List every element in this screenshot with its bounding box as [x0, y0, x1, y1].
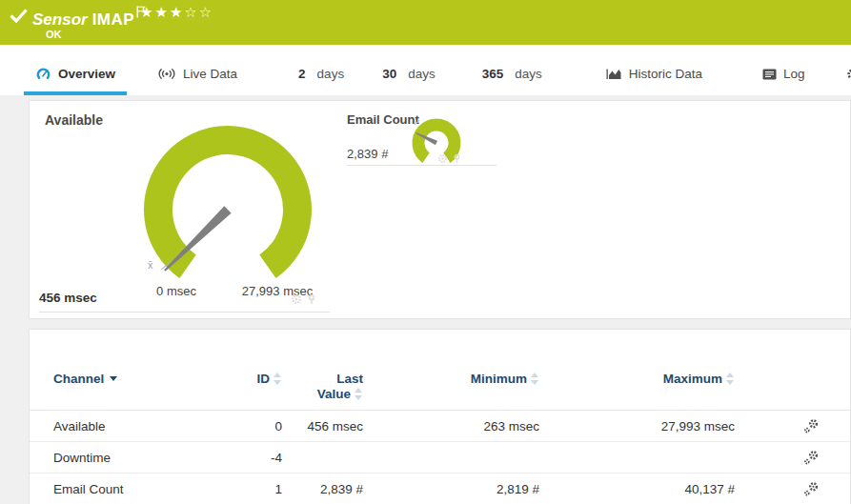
available-cell-divider [39, 312, 330, 312]
cell-minimum: 2,819 # [363, 482, 539, 496]
gauge-pin-icon[interactable] [306, 293, 317, 305]
settings-gear-icon [846, 68, 851, 81]
cell-channel: Email Count [53, 482, 230, 496]
column-header-channel[interactable]: Channel [53, 372, 230, 387]
tab-30-days[interactable]: 30 days [371, 45, 447, 95]
tab-365-days[interactable]: 365 days [471, 45, 554, 95]
gauge-title-available: Available [45, 112, 103, 128]
sensor-status-header: SensorIMAP ★★★☆☆ OK [0, 0, 851, 45]
table-row-email-count: Email Count 1 2,839 # 2,819 # 40,137 # [30, 474, 850, 504]
sensor-type-label: Sensor [32, 10, 88, 29]
cell-maximum: 40,137 # [539, 482, 735, 496]
sort-icon [355, 388, 363, 400]
email-cell-divider [347, 165, 496, 166]
historic-data-icon [606, 68, 622, 80]
table-row-available: Available 0 456 msec 263 msec 27,993 mse… [30, 411, 850, 442]
tab-historic-data[interactable]: Historic Data [595, 45, 714, 95]
cell-id: 1 [230, 482, 282, 496]
gauge-settings-gear-icon[interactable] [291, 293, 302, 305]
channels-panel: Channel ID Last Value Minimum Maximum Av… [29, 329, 851, 504]
sort-icon [726, 373, 735, 385]
column-header-maximum[interactable]: Maximum [539, 372, 735, 387]
tab-day-count: 30 [382, 67, 396, 81]
channel-table-header: Channel ID Last Value Minimum Maximum [30, 330, 850, 411]
tab-day-count: 2 [298, 67, 306, 81]
cell-id: 0 [230, 419, 282, 433]
cell-channel: Downtime [53, 451, 230, 465]
gauge-hover-actions [437, 153, 462, 164]
average-marker: x̄ [148, 259, 153, 271]
gauge-pin-icon[interactable] [452, 153, 462, 164]
cell-id: -4 [230, 451, 282, 465]
log-icon [762, 69, 777, 80]
sensor-name: IMAP [92, 10, 135, 29]
cell-last-value: 456 msec [282, 419, 363, 433]
channel-settings-icon[interactable] [803, 418, 820, 434]
gauge-hover-actions [291, 293, 317, 305]
sort-icon [531, 373, 539, 385]
gauge-settings-gear-icon[interactable] [437, 153, 448, 164]
column-header-minimum[interactable]: Minimum [363, 372, 539, 387]
overview-gauge-icon [35, 67, 51, 81]
priority-stars[interactable]: ★★★☆☆ [140, 4, 213, 21]
live-data-icon [157, 67, 176, 81]
status-ok-check-icon [10, 9, 28, 23]
tab-label: days [408, 67, 436, 81]
sensor-status-text: OK [46, 29, 62, 40]
cell-channel: Available [53, 419, 230, 433]
tab-day-count: 365 [482, 67, 504, 81]
tab-label: days [515, 67, 542, 81]
sensor-title: SensorIMAP [32, 6, 146, 30]
tab-overview[interactable]: Overview [24, 45, 127, 95]
available-current-value: 456 msec [39, 291, 97, 305]
tab-live-data[interactable]: Live Data [146, 45, 249, 95]
channel-sort-desc-icon [110, 376, 117, 381]
tab-settings[interactable]: Settings [835, 45, 851, 95]
channel-settings-icon[interactable] [803, 450, 820, 466]
tab-2-days[interactable]: 2 days [287, 45, 355, 95]
tab-label: Overview [58, 67, 115, 81]
gauge-max-label: 27,993 msec [220, 284, 334, 298]
column-header-last-value[interactable]: Last Value [282, 372, 363, 402]
sort-icon [274, 373, 282, 385]
column-header-id[interactable]: ID [230, 372, 282, 387]
tab-label: Historic Data [629, 67, 702, 81]
gauges-panel: Available x̄ 0 msec 27,993 msec 456 msec… [29, 100, 851, 319]
gauge-arc [158, 140, 297, 267]
available-gauge [132, 114, 323, 305]
cell-last-value: 2,839 # [282, 482, 363, 496]
gauge-min-label: 0 msec [148, 284, 205, 298]
table-row-downtime: Downtime -4 [30, 442, 850, 474]
tab-bar: Overview Live Data 2 days 30 days 365 da… [0, 45, 851, 95]
cell-minimum: 263 msec [363, 419, 539, 433]
tab-label: Live Data [183, 67, 237, 81]
tab-label: days [317, 67, 345, 81]
cell-maximum: 27,993 msec [539, 419, 735, 433]
tab-log[interactable]: Log [751, 45, 817, 95]
tab-label: Log [783, 67, 805, 81]
email-count-current-value: 2,839 # [347, 147, 388, 161]
channel-settings-icon[interactable] [803, 481, 820, 497]
